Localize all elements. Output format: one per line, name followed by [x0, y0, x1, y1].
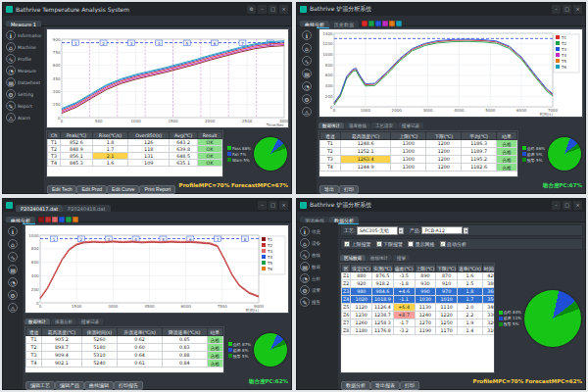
- sidebar-item-machine[interactable]: ⌂: [301, 43, 313, 53]
- column-header[interactable]: 上限(℃): [415, 265, 436, 272]
- column-header[interactable]: 实测(℃): [372, 265, 394, 272]
- sidebar-item-settings[interactable]: ⚙: [7, 290, 19, 300]
- print-report-button[interactable]: Print Report: [139, 185, 175, 194]
- sidebar-item-profile[interactable]: ∿: [7, 252, 19, 262]
- maximize-button[interactable]: □: [269, 201, 277, 210]
- series-chip[interactable]: [59, 217, 65, 222]
- close-button[interactable]: ×: [573, 5, 582, 14]
- column-header[interactable]: 速率(℃/s): [458, 265, 483, 272]
- series-chip[interactable]: [362, 21, 368, 26]
- settings-button[interactable]: ⚙: [247, 5, 256, 14]
- sidebar-item-profile[interactable]: ∿: [301, 56, 313, 66]
- column-header[interactable]: Peak(℃): [61, 132, 93, 139]
- sidebar-item-report[interactable]: ✎报告: [299, 297, 336, 307]
- table-row[interactable]: T2848.91.7118639.8OK: [48, 146, 222, 153]
- column-header[interactable]: 上限(℃): [391, 132, 426, 140]
- table-row[interactable]: Z2920918.2-1.89309101.5380合格: [342, 280, 495, 288]
- furnace-curve-chart[interactable]: 0200400600800100012001400010002000300040…: [318, 28, 583, 118]
- minimize-button[interactable]: –: [552, 5, 561, 14]
- column-header[interactable]: 通道: [26, 328, 42, 336]
- maximize-button[interactable]: □: [563, 201, 571, 210]
- sidebar-item-alarm[interactable]: ⚠: [7, 303, 19, 313]
- table-row[interactable]: T1905.252600.620.85合格: [26, 336, 223, 344]
- chart-canvas[interactable]: 0200400600800100012001400010002000300040…: [319, 29, 582, 117]
- item-button[interactable]: 导出: [319, 185, 339, 194]
- checkbox-item[interactable]: ✓上限报警: [344, 241, 371, 247]
- tab-item[interactable]: 区域数据: [340, 255, 366, 261]
- sidebar-item-settings[interactable]: ⚙设置: [299, 285, 336, 295]
- chart-canvas[interactable]: 0150300450600750900050010001500200025003…: [47, 29, 288, 127]
- item-button[interactable]: 导出报表: [370, 381, 400, 390]
- table-row[interactable]: T21252.1130012001189.7合格: [320, 148, 517, 156]
- field-value-select[interactable]: PCB-A12: [421, 226, 463, 234]
- table-row[interactable]: Z410201018.9-1.1103010101.7350合格: [342, 296, 495, 304]
- sidebar-item-info[interactable]: ℹ信息: [299, 226, 336, 236]
- series-chip[interactable]: [389, 21, 395, 26]
- column-header[interactable]: Ch: [48, 132, 61, 139]
- sidebar-item-machine[interactable]: ⌂Machine: [5, 42, 42, 52]
- checkbox-item[interactable]: 显示网格: [408, 241, 435, 247]
- item-button[interactable]: 数据分析: [341, 381, 370, 390]
- table-row[interactable]: Z3980984.6+4.69909701.8360合格: [342, 288, 495, 296]
- sidebar-item-profile[interactable]: ∿曲线: [299, 250, 336, 260]
- series-chip[interactable]: [396, 21, 402, 26]
- close-button[interactable]: ×: [279, 5, 288, 14]
- edit-tech-button[interactable]: Edit Tech: [47, 185, 76, 194]
- series-chip[interactable]: [66, 217, 72, 222]
- table-row[interactable]: Z712601258.3-1.7127012501.9320合格: [342, 319, 495, 327]
- sidebar-item-report[interactable]: ✎Report: [5, 101, 42, 111]
- sidebar-item-datasheet[interactable]: ▤Datasheet: [5, 77, 42, 87]
- sidebar-item-machine[interactable]: ⌂: [7, 239, 19, 249]
- table-row[interactable]: T2898.751800.600.83合格: [26, 344, 223, 352]
- close-button[interactable]: ×: [279, 201, 288, 210]
- titlebar[interactable]: Bathrive Temperature Analysis System ⚙–□…: [3, 3, 291, 16]
- close-button[interactable]: ×: [573, 201, 582, 210]
- table-row[interactable]: T4845.31.6109635.1OK: [48, 160, 222, 167]
- column-header[interactable]: Rise(℃/s): [92, 132, 128, 139]
- column-header[interactable]: 区: [342, 265, 351, 272]
- sidebar-item-datasheet[interactable]: ▤: [7, 265, 19, 274]
- sidebar-item-alarm[interactable]: ⚠: [301, 107, 313, 117]
- tab-item[interactable]: 保温分析: [51, 318, 76, 324]
- field-value-select[interactable]: SAC305-无铅: [357, 226, 398, 235]
- sidebar-item-profile[interactable]: ∿Profile: [5, 54, 42, 64]
- tab-item[interactable]: 工艺设定: [371, 122, 397, 128]
- series-chip[interactable]: [45, 217, 51, 222]
- soak-curve-chart[interactable]: 0200400600800100001500300045006000750090…: [24, 224, 289, 314]
- minimize-button[interactable]: –: [552, 201, 561, 210]
- column-header[interactable]: Result: [198, 132, 222, 139]
- sidebar-item-info[interactable]: ℹ: [7, 226, 19, 236]
- maximize-button[interactable]: □: [563, 5, 571, 14]
- table-row[interactable]: T4902.152400.610.84合格: [26, 360, 223, 368]
- table-row[interactable]: T3909.453100.640.88合格: [26, 352, 223, 360]
- sidebar-item-datasheet[interactable]: ▤: [301, 69, 313, 78]
- tab-item[interactable]: 报警: [393, 255, 410, 261]
- sidebar-item-info[interactable]: ℹ: [301, 30, 313, 40]
- minimize-button[interactable]: –: [258, 5, 267, 14]
- sidebar-item-settings[interactable]: ⚙: [301, 94, 313, 104]
- series-chip[interactable]: [382, 21, 388, 26]
- edit-curve-button[interactable]: Edit Curve: [107, 185, 139, 194]
- checkbox-item[interactable]: ✓下限报警: [376, 241, 404, 247]
- series-chip[interactable]: [375, 21, 381, 26]
- column-header[interactable]: 结果: [207, 328, 222, 336]
- temperature-profile-chart[interactable]: 0150300450600750900050010001500200025003…: [46, 28, 289, 128]
- column-header[interactable]: 下限(℃): [436, 265, 458, 272]
- column-header[interactable]: 结果: [497, 132, 517, 140]
- tab-item[interactable]: 数据统计: [318, 122, 344, 128]
- table-row[interactable]: T11248.6130012001186.3合格: [320, 140, 517, 148]
- edit-prod-button[interactable]: Edit Prod: [76, 185, 107, 194]
- tab-item[interactable]: 报警记录: [398, 122, 423, 128]
- item-button[interactable]: 曲线编辑: [84, 381, 114, 390]
- tab-item[interactable]: 报警记录: [77, 318, 103, 324]
- column-header[interactable]: Avg(℃): [169, 132, 197, 139]
- column-header[interactable]: 保温时间(s): [81, 328, 118, 336]
- column-header[interactable]: 升温速率(℃/s): [118, 328, 163, 336]
- sidebar-item-measure[interactable]: ◔Measure: [5, 66, 42, 75]
- sidebar-item-info[interactable]: ℹInformation: [5, 30, 42, 40]
- column-header[interactable]: 时间(s): [482, 265, 494, 272]
- minimize-button[interactable]: –: [258, 201, 267, 210]
- table-row[interactable]: Z811801176.8-3.2119011701.4310合格: [342, 327, 495, 335]
- table-row[interactable]: T31263.4130012001195.2合格: [320, 156, 517, 164]
- series-chip[interactable]: [52, 217, 58, 222]
